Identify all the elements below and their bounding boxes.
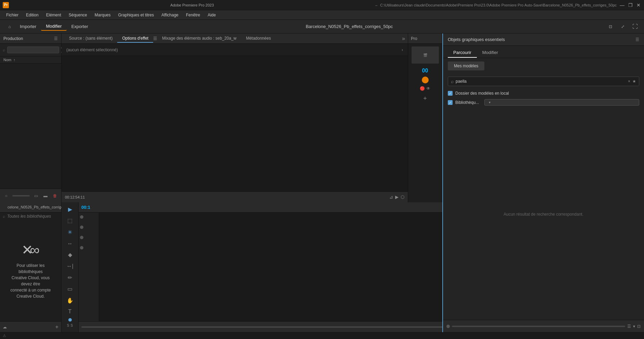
checkbox-library-row: Bibliothèqu... ▾ — [443, 98, 644, 108]
title-filepath: C:\Utilisateurs\Jean claude\Documents\Ad… — [380, 3, 617, 7]
search-star-icon[interactable]: ★ — [632, 79, 636, 84]
menu-fenetre[interactable]: Fenêtre — [183, 11, 203, 19]
menu-marques[interactable]: Marques — [91, 11, 114, 19]
menu-edition[interactable]: Edition — [23, 11, 42, 19]
menu-graphiques[interactable]: Graphiques et titres — [115, 11, 157, 19]
library-dropdown[interactable]: ▾ — [484, 99, 639, 106]
essential-graphics-menu-icon[interactable]: ☰ — [635, 37, 639, 42]
bottom-tabs-bar: celone_N0526_Pb_effets_corriges_50pc Exp… — [0, 202, 61, 213]
tl-s2: S — [71, 324, 73, 327]
modifier-button[interactable]: Modifier — [41, 22, 66, 31]
col-sort-icon[interactable]: ↑ — [13, 58, 15, 62]
play-icon[interactable]: ▶ — [395, 194, 399, 200]
menu-affichage[interactable]: Affichage — [158, 11, 182, 19]
production-footer-btn4[interactable]: 🗑 — [52, 192, 58, 199]
status-icon[interactable]: ⚠ — [3, 334, 6, 338]
pro-orange-dot[interactable] — [422, 77, 429, 83]
toolbar-icon-3[interactable]: ⛶ — [630, 22, 640, 31]
libraries-cloud-icon[interactable]: ☁ — [3, 325, 7, 329]
eg-footer-menu-icon[interactable]: ☰ — [627, 324, 631, 329]
toolbar-icon-2[interactable]: ⤢ — [618, 22, 628, 31]
pro-icon1[interactable]: 🔴 — [420, 86, 425, 91]
search-results-empty: Aucun résultat de recherche correspondan… — [443, 108, 644, 320]
tool-razor[interactable]: ⬚ — [65, 216, 76, 226]
eg-slider[interactable] — [452, 326, 625, 327]
production-footer-btn1[interactable]: ○ — [3, 192, 10, 199]
production-search-input[interactable] — [7, 46, 59, 53]
tool-pencil[interactable]: ✏ — [65, 273, 76, 283]
element-arrow-icon[interactable]: › — [402, 48, 403, 52]
close-button[interactable]: ✕ — [636, 2, 641, 8]
tab-source[interactable]: Source : (sans élément) — [64, 35, 117, 43]
tab-mixage[interactable]: Mixage des éléments audio : seb_20a_w — [157, 35, 241, 43]
tool-text[interactable]: T — [65, 307, 76, 317]
menu-fichier[interactable]: Fichier — [3, 11, 22, 19]
track-labels — [79, 213, 99, 321]
tab-effect-options[interactable]: Options d'effet — [117, 35, 153, 43]
checkbox-library[interactable] — [448, 100, 453, 105]
pro-tab[interactable]: Pro — [411, 36, 417, 41]
search-input[interactable] — [456, 77, 626, 86]
track-circle-3 — [80, 236, 83, 239]
tab-effect-options-menu[interactable]: ☰ — [153, 36, 157, 41]
effect-area: (aucun élément sélectionné) › — [62, 44, 408, 191]
mes-modeles-button[interactable]: Mes modèles — [448, 62, 484, 70]
tool-select[interactable]: ▶ — [65, 204, 76, 214]
search-row: ⌕ × ★ — [448, 77, 639, 86]
minimize-button[interactable]: — — [619, 2, 625, 8]
toolbar-icon-1[interactable]: ⊡ — [606, 22, 615, 31]
bottom-left-panel: celone_N0526_Pb_effets_corriges_50pc Exp… — [0, 202, 62, 332]
pro-controls: 🔴 👁 — [408, 75, 442, 92]
title-path: – — [375, 3, 377, 7]
status-bar: ⚠ — [0, 332, 644, 339]
title-bar-text: Adobe Premiere Pro 2023 — [12, 3, 373, 7]
tab-modifier[interactable]: Modifier — [477, 48, 504, 58]
checkbox-local-folder[interactable] — [448, 91, 453, 96]
tool-ripple[interactable]: ✳ — [65, 227, 76, 237]
exporter-button[interactable]: Exporter — [67, 23, 93, 30]
col-name-label: Nom — [3, 58, 11, 62]
production-slider[interactable] — [12, 195, 30, 196]
tool-grab[interactable]: ✋ — [65, 295, 76, 305]
tool-hand[interactable]: ↔| — [65, 261, 76, 271]
tool-pen[interactable]: ◆ — [65, 250, 76, 260]
search-clear-icon[interactable]: × — [628, 79, 630, 84]
tab-metadata[interactable]: Métadonnées — [241, 35, 276, 43]
production-menu-icon[interactable]: ☰ — [54, 36, 58, 41]
timecode-icons: ⊿ ▶ ⬡ — [389, 194, 404, 200]
tool-rect[interactable]: ▭ — [65, 284, 76, 294]
production-search-row: ⌕ 0 élém... — [0, 44, 61, 56]
menu-element[interactable]: Elément — [43, 11, 65, 19]
tabs-more-icon[interactable]: » — [402, 36, 405, 42]
libraries-search-icon: ⌕ — [3, 214, 5, 219]
pro-panel-content: 🎬 — [408, 44, 442, 66]
export-icon[interactable]: ⬡ — [401, 194, 404, 200]
menu-sequence[interactable]: Séquence — [65, 11, 91, 19]
production-panel: Production ☰ ⌕ 0 élém... Nom ↑ ○ ▭ ▬ 🗑 — [0, 33, 62, 202]
production-footer-btn2[interactable]: ▭ — [32, 192, 39, 199]
checkmark-2 — [449, 100, 452, 105]
pro-add-icon[interactable]: + — [423, 95, 427, 102]
restore-button[interactable]: ❐ — [628, 2, 633, 8]
libraries-search-input[interactable] — [7, 214, 59, 219]
tab-parcourir[interactable]: Parcourir — [448, 48, 477, 58]
title-bar: Pr Adobe Premiere Pro 2023 – C:\Utilisat… — [0, 0, 644, 10]
checkbox-local-label: Dossier des modèles en local — [455, 91, 509, 96]
tl-ss-row: S S — [67, 324, 73, 327]
checkbox-local-folder-row: Dossier des modèles en local — [443, 89, 644, 98]
pro-icon2[interactable]: 👁 — [426, 86, 430, 91]
essential-graphics-overlay: Objets graphiques essentiels ☰ Parcourir… — [442, 33, 644, 332]
menu-aide[interactable]: Aide — [204, 11, 219, 19]
toolbar-right: ⊡ ⤢ ⛶ — [606, 22, 640, 31]
production-footer-btn3[interactable]: ▬ — [42, 192, 49, 199]
eg-footer-arrow[interactable]: ▾ — [633, 324, 635, 329]
libraries-add-icon[interactable]: + — [55, 324, 58, 330]
home-button[interactable]: ⌂ — [4, 21, 15, 32]
importer-button[interactable]: Importer — [15, 23, 41, 30]
tool-slide[interactable]: ↔ — [65, 239, 76, 248]
essential-graphics-header: Objets graphiques essentiels ☰ — [443, 33, 644, 46]
tl-s1: S — [67, 324, 69, 327]
pro-panel: Pro 🎬 00 🔴 👁 + — [408, 33, 442, 202]
eg-footer-expand-icon[interactable]: ⊡ — [637, 324, 641, 329]
funnel-icon[interactable]: ⊿ — [389, 194, 393, 200]
